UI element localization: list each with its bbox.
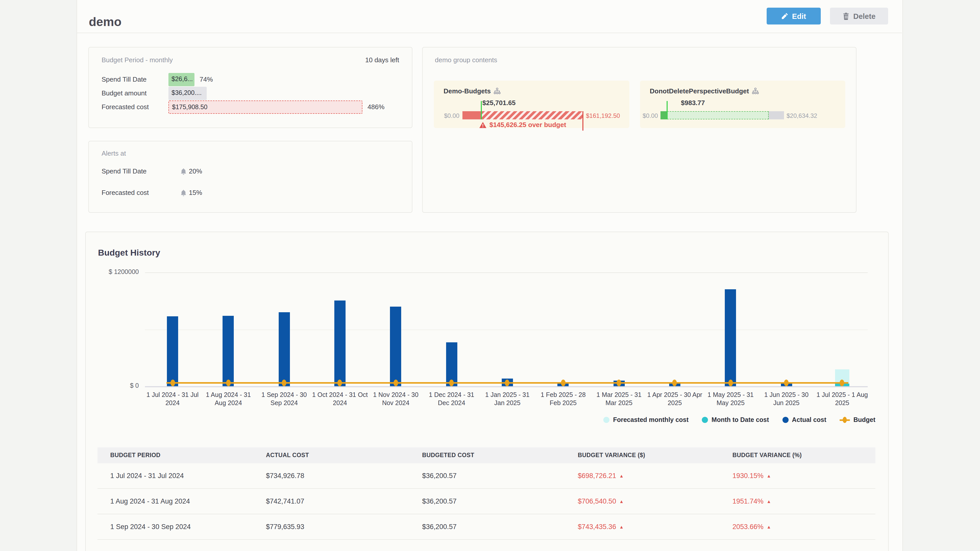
x-tick-label: 1 Aug 2024 - 31 Aug 2024 xyxy=(200,391,256,407)
legend-label: Forecasted monthly cost xyxy=(613,416,689,424)
x-tick-label: 1 Jun 2025 - 30 Jun 2025 xyxy=(758,391,815,407)
budget-marker xyxy=(729,380,733,386)
x-axis-line xyxy=(145,386,868,387)
variance-cell: 2053.66%▲ xyxy=(732,514,771,540)
forecast-legend-dot xyxy=(603,417,609,423)
x-tick-label: 1 Jul 2024 - 31 Jul 2024 xyxy=(145,391,200,407)
table-cell: $36,200.57 xyxy=(422,489,457,514)
up-triangle-icon: ▲ xyxy=(767,524,771,530)
viewport: demo Edit Delete Budget Period - monthly… xyxy=(0,0,980,551)
app: demo Edit Delete Budget Period - monthly… xyxy=(0,0,980,551)
x-tick-label: 1 Oct 2024 - 31 Oct 2024 xyxy=(312,391,368,407)
table-row: 1 Aug 2024 - 31 Aug 2024$742,741.07$36,2… xyxy=(97,489,875,514)
actual-cost-bar[interactable] xyxy=(278,312,290,386)
table-cell: 1 Aug 2024 - 31 Aug 2024 xyxy=(110,489,190,514)
legend-label: Budget xyxy=(853,416,875,424)
column-header: BUDGET VARIANCE ($) xyxy=(578,448,645,463)
legend-item-forecast[interactable]: Forecasted monthly cost xyxy=(603,416,689,424)
x-tick-label: 1 May 2025 - 31 May 2025 xyxy=(703,391,759,407)
variance-cell: $706,540.50▲ xyxy=(578,489,624,514)
actual-cost-bar[interactable] xyxy=(334,300,345,386)
x-tick-label: 1 Nov 2024 - 30 Nov 2024 xyxy=(368,391,424,407)
column-header: ACTUAL COST xyxy=(266,448,309,463)
budget-marker xyxy=(449,380,454,386)
table-cell: $734,926.78 xyxy=(266,463,304,489)
budget-marker xyxy=(617,380,621,386)
actual-cost-bar[interactable] xyxy=(167,317,178,386)
column-header: BUDGET PERIOD xyxy=(110,448,161,463)
table-cell: $36,200.57 xyxy=(422,514,457,540)
gridline-top xyxy=(145,272,868,273)
gridline-middle xyxy=(145,329,868,330)
y-tick-label: $ 1200000 xyxy=(98,268,139,275)
budget-marker xyxy=(226,380,231,386)
mtd-legend-dot xyxy=(702,417,708,423)
x-tick-label: 1 Mar 2025 - 31 Mar 2025 xyxy=(591,391,647,407)
budget-marker xyxy=(561,380,566,386)
column-header: BUDGETED COST xyxy=(422,448,474,463)
up-triangle-icon: ▲ xyxy=(619,499,624,504)
up-triangle-icon: ▲ xyxy=(619,524,624,530)
x-tick-label: 1 Dec 2024 - 31 Dec 2024 xyxy=(423,391,479,407)
up-triangle-icon: ▲ xyxy=(767,499,771,504)
actual-cost-bar[interactable] xyxy=(223,316,234,386)
actual-legend-dot xyxy=(782,417,788,423)
budget-marker xyxy=(170,380,175,386)
variance-cell: $743,435.36▲ xyxy=(578,514,624,540)
legend-item-mtd[interactable]: Month to Date cost xyxy=(702,416,769,424)
budget-legend-marker xyxy=(840,416,850,424)
table-row: 1 Sep 2024 - 30 Sep 2024$779,635.93$36,2… xyxy=(97,514,875,540)
x-tick-label: 1 Sep 2024 - 30 Sep 2024 xyxy=(256,391,312,407)
up-triangle-icon: ▲ xyxy=(619,473,624,478)
variance-cell: 1930.15%▲ xyxy=(732,463,771,489)
budget-marker xyxy=(784,380,789,386)
column-header: BUDGET VARIANCE (%) xyxy=(732,448,802,463)
table-cell: $779,635.93 xyxy=(266,514,304,540)
chart-legend: Forecasted monthly costMonth to Date cos… xyxy=(0,415,875,425)
y-tick-label: $ 0 xyxy=(98,382,139,389)
x-tick-label: 1 Jul 2025 - 1 Aug 2025 xyxy=(814,391,870,407)
variance-cell: $698,726.21▲ xyxy=(578,463,624,489)
variance-cell: 1951.74%▲ xyxy=(732,489,771,514)
table-header-row: BUDGET PERIODACTUAL COSTBUDGETED COSTBUD… xyxy=(97,448,875,463)
table-cell: $742,741.07 xyxy=(266,489,304,514)
table-cell: 1 Sep 2024 - 30 Sep 2024 xyxy=(110,514,191,540)
actual-cost-bar[interactable] xyxy=(390,307,401,386)
legend-label: Month to Date cost xyxy=(711,416,769,424)
actual-cost-bar[interactable] xyxy=(725,289,736,386)
legend-item-actual[interactable]: Actual cost xyxy=(782,416,826,424)
x-tick-label: 1 Jan 2025 - 31 Jan 2025 xyxy=(479,391,535,407)
legend-label: Actual cost xyxy=(792,416,826,424)
budget-marker xyxy=(393,380,398,386)
legend-item-budget[interactable]: Budget xyxy=(840,416,875,424)
table-cell: 1 Jul 2024 - 31 Jul 2024 xyxy=(110,463,184,489)
table-row: 1 Jul 2024 - 31 Jul 2024$734,926.78$36,2… xyxy=(97,463,875,489)
x-tick-label: 1 Feb 2025 - 28 Feb 2025 xyxy=(535,391,591,407)
budget-marker xyxy=(282,380,286,386)
table-cell: $36,200.57 xyxy=(422,463,457,489)
up-triangle-icon: ▲ xyxy=(767,473,771,478)
x-tick-label: 1 Apr 2025 - 30 Apr 2025 xyxy=(647,391,703,407)
